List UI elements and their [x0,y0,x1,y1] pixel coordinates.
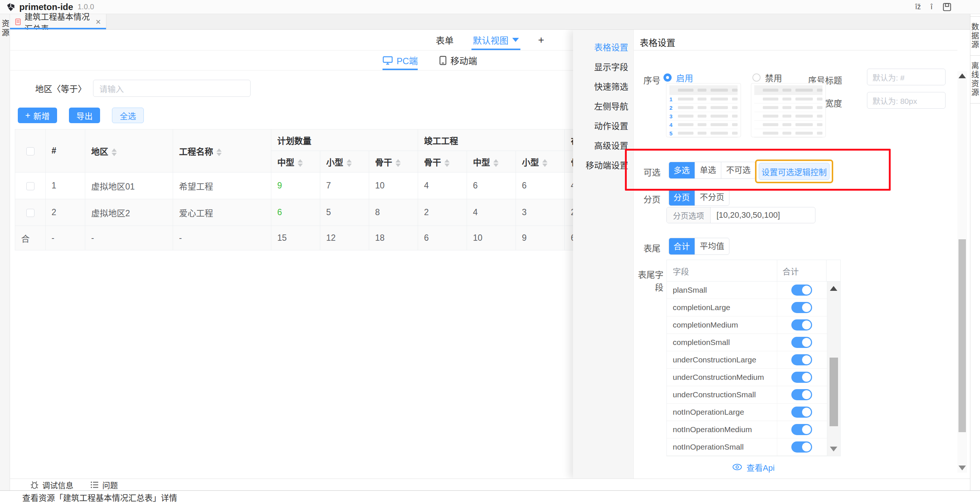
segment-option[interactable]: 分页 [669,189,695,206]
segment-option[interactable]: 不可选 [721,162,756,179]
scroll-up-icon[interactable] [830,286,837,291]
row-select-cell [15,199,46,226]
preview-bar [711,132,728,135]
preview-index: 2 [670,105,674,111]
sidebar-item-4[interactable]: 左侧导航 [573,97,633,117]
cell: 虚拟地区01 [85,172,173,199]
rail-data-source[interactable]: 数据源 [970,16,980,56]
field-row: underConstructionLarge [667,351,827,369]
sort-icon[interactable] [298,159,303,167]
toggle-on[interactable] [791,372,812,383]
scroll-down-icon[interactable] [830,447,837,452]
tab-summary-sheet[interactable]: 建筑工程基本情况汇总表 × [10,14,107,29]
toggle-on[interactable] [791,319,812,331]
preview-bar [678,97,693,101]
toggle-on[interactable] [791,441,812,453]
preview-row [754,104,822,112]
toggle-on[interactable] [791,284,812,295]
panel-scrollbar[interactable] [958,71,967,473]
sidebar-item-2[interactable]: 显示字段 [573,57,633,77]
preview-bar [783,132,791,135]
sidebar-item-3[interactable]: 快速筛选 [573,77,633,97]
add-button[interactable]: + 新增 [18,108,57,123]
toggle-on[interactable] [791,407,812,418]
sub-column-header[interactable]: 小型 [516,151,565,172]
toggle-on[interactable] [791,424,812,435]
save-icon[interactable] [942,2,952,12]
row-checkbox[interactable] [26,147,35,155]
segment-option[interactable]: 不分页 [695,189,729,206]
serial-title-input[interactable]: 默认为: # [867,69,945,85]
sort-icon[interactable] [111,149,117,156]
preview-bar [711,123,728,126]
sidebar-item-1[interactable]: 表格设置 [573,38,633,57]
sort-icon[interactable] [542,159,547,167]
fields-scrollbar[interactable] [827,281,840,456]
pagination-options-group[interactable]: 分页选项 [10,20,30,50,100] [667,207,815,223]
sidebar-item-6[interactable]: 高级设置 [573,136,633,156]
serial-disable-radio[interactable]: 禁用 [752,71,782,84]
cell: 5 [320,199,369,226]
tab-pc[interactable]: PC端 [382,50,418,70]
titlebar-glyph-1[interactable]: îž [915,3,921,11]
view-api-link[interactable]: 查看Api [667,461,841,473]
sub-column-header[interactable]: 中型 [467,151,516,172]
selectable-logic-button[interactable]: 设置可选逻辑控制 [759,163,829,180]
titlebar-glyph-2[interactable]: î [930,3,932,11]
filter-input[interactable]: 请输入 [93,80,251,97]
select-all-button[interactable]: 全选 [112,108,144,123]
toggle-on[interactable] [791,389,812,400]
column-header[interactable]: 工程名称 [173,129,271,172]
select-all-checkbox-cell [15,129,46,172]
sort-icon[interactable] [493,159,498,167]
debug-info-item[interactable]: 调试信息 [30,479,73,490]
tab-close-icon[interactable]: × [95,17,101,27]
export-button[interactable]: 导出 [69,108,100,123]
status-text: 查看资源「建筑工程基本情况汇总表」详情 [22,491,177,503]
selectable-segment: 多选单选不可选 [669,162,756,179]
tab-mobile[interactable]: 移动端 [439,50,477,70]
panel-scroll-up-icon[interactable] [958,73,966,78]
rail-offline-resources[interactable]: 离线资源 [970,56,980,104]
cell: 6 [516,172,565,199]
segment-option[interactable]: 多选 [669,162,695,179]
preview-bar [795,123,813,126]
row-checkbox[interactable] [26,209,35,217]
tab-form[interactable]: 表单 [436,30,454,50]
sub-column-header[interactable]: 小型 [320,151,369,172]
sort-icon[interactable] [216,149,222,156]
column-header[interactable]: # [46,129,85,172]
serial-width-input[interactable]: 默认为: 80px [867,92,945,109]
tab-default-view[interactable]: 默认视图 [473,30,519,50]
panel-scroll-thumb[interactable] [958,239,966,432]
sub-column-header[interactable]: 骨干 [418,151,467,172]
problems-item[interactable]: 问题 [91,479,118,490]
segment-option[interactable]: 平均值 [695,238,729,254]
sidebar-item-7[interactable]: 移动端设置 [573,156,633,176]
column-header[interactable]: 地区 [85,129,173,172]
data-table: #地区工程名称计划数量竣工工程在中型小型骨干骨干中型小型骨 1虚拟地区01希望工… [15,129,614,251]
row-checkbox[interactable] [26,182,35,190]
sidebar-item-5[interactable]: 动作设置 [573,117,633,136]
toggle-on[interactable] [791,302,812,313]
sort-icon[interactable] [396,159,401,167]
serial-enable-radio[interactable]: 启用 [663,71,693,84]
field-toggle-cell [777,316,826,334]
toggle-on[interactable] [791,354,812,366]
pagination-options-value: [10,20,30,50,100] [711,210,815,220]
segment-option[interactable]: 合计 [669,238,695,255]
sort-icon[interactable] [347,159,352,167]
segment-option[interactable]: 单选 [695,162,721,179]
cell: 2 [418,199,467,226]
sub-column-header[interactable]: 骨干 [369,151,418,172]
add-view-button[interactable]: + [538,34,544,46]
scroll-thumb[interactable] [829,358,838,426]
panel-scroll-down-icon[interactable] [958,466,966,470]
preview-bar [783,123,791,126]
sub-column-header[interactable]: 中型 [271,151,320,172]
sort-icon[interactable] [444,159,450,167]
serial-enabled-preview: 12345 [666,83,741,137]
field-row: notInOperationSmall [667,438,827,456]
toggle-on[interactable] [791,337,812,348]
rail-resources[interactable]: 资源 [0,19,10,38]
